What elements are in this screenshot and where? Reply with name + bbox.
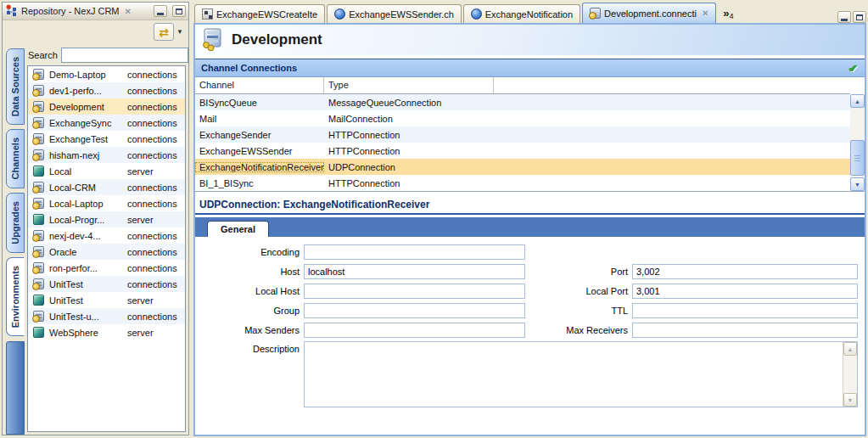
view-close-icon[interactable]: ✕ — [123, 7, 133, 16]
channel-connections-header: Channel Connections ✔ ✔ — [195, 59, 865, 77]
channel-row[interactable]: BISyncQueue MessageQueueConnection — [195, 94, 850, 110]
search-row: Search — [27, 45, 186, 65]
channel-row[interactable]: ExchangeSender HTTPConnection — [195, 126, 850, 143]
editor-tab[interactable]: ExchangeEWSCreateIte — [194, 4, 325, 23]
form-row: Local Host Local Port — [195, 281, 865, 300]
repository-icon — [5, 4, 18, 19]
editor-tab-bar: ExchangeEWSCreateIte ExchangeEWSSender.c… — [193, 2, 866, 23]
scroll-down-button[interactable]: ▼ — [850, 177, 865, 191]
scroll-up-button[interactable]: ▲ — [850, 94, 865, 108]
item-icon — [33, 214, 44, 225]
item-name: Local — [49, 166, 127, 177]
field-input[interactable] — [304, 244, 525, 260]
scroll-track[interactable] — [850, 108, 865, 177]
editor-tab-label: ExchangeNotification — [485, 9, 573, 20]
scroll-up-button[interactable]: ▲ — [843, 342, 857, 356]
repository-item[interactable]: UnitTest server — [28, 292, 185, 308]
column-header-blank — [494, 77, 850, 93]
channel-cell: ExchangeEWSSender — [195, 146, 324, 156]
repository-item[interactable]: UnitTest connections — [28, 276, 185, 292]
item-name: ron-perfor... — [49, 263, 127, 273]
form-row: Encoding — [195, 242, 865, 261]
channel-row[interactable]: BI_1_BISync HTTPConnection — [195, 175, 850, 191]
repository-item[interactable]: Local server — [28, 163, 185, 179]
editor-tab[interactable]: ExchangeNotification — [463, 4, 580, 23]
repository-item[interactable]: Oracle connections — [28, 244, 185, 260]
field-label: Max Senders — [195, 325, 304, 335]
editor-tab-icon — [471, 8, 482, 20]
repository-item[interactable]: Demo-Laptop connections — [28, 66, 185, 82]
field-input[interactable] — [304, 264, 525, 279]
repository-item[interactable]: dev1-perfo... connections — [28, 82, 185, 98]
environment-icon — [200, 28, 224, 53]
field-wrapper — [304, 264, 525, 279]
channel-row[interactable]: ExchangeNotificationReceiver UDPConnecti… — [195, 159, 850, 175]
section-title: Channel Connections — [201, 63, 297, 73]
repository-view: Repository - NexJ CRM ✕ ⇄ ▼ Data Sources — [2, 2, 189, 435]
description-textarea[interactable] — [305, 342, 843, 407]
repository-item[interactable]: hisham-nexj connections — [28, 147, 185, 163]
maximize-icon — [856, 14, 863, 20]
editor-tab[interactable]: Development.connecti ✕ — [582, 3, 716, 23]
side-tab-label: Data Sources — [10, 57, 20, 116]
repository-item[interactable]: ExchangeSync connections — [28, 115, 185, 131]
channel-row[interactable]: ExchangeEWSSender HTTPConnection — [195, 143, 850, 159]
field-input[interactable] — [632, 284, 858, 299]
field-input[interactable] — [632, 303, 858, 318]
repository-item[interactable]: Local-CRM connections — [28, 179, 185, 195]
form-row-right: TTL — [525, 303, 858, 318]
field-input[interactable] — [304, 323, 525, 338]
repository-item[interactable]: Local-Laptop connections — [28, 195, 185, 211]
field-label: Host — [195, 267, 304, 277]
repository-item[interactable]: ExchangeTest connections — [28, 131, 185, 147]
form-row-right: Max Receivers — [525, 323, 858, 338]
minimize-button[interactable] — [154, 5, 167, 17]
field-input[interactable] — [304, 284, 525, 299]
editor-tab-icon — [334, 8, 345, 20]
channel-row[interactable]: Mail MailConnection — [195, 110, 850, 126]
side-tab[interactable]: Upgrades — [6, 193, 25, 253]
editor-minimize-button[interactable] — [837, 11, 851, 23]
item-name: Local-Laptop — [49, 199, 127, 209]
search-input[interactable] — [61, 48, 188, 63]
field-input[interactable] — [304, 303, 525, 318]
item-type: connections — [127, 182, 177, 193]
repository-item[interactable]: ron-perfor... connections — [28, 260, 185, 276]
side-tab[interactable]: Data Sources — [6, 48, 25, 125]
repository-item[interactable]: Local-Progr... server — [28, 211, 185, 227]
field-input[interactable] — [632, 264, 858, 279]
repository-item[interactable]: nexj-dev-4... connections — [28, 227, 185, 244]
form-row-right: Local Port — [525, 284, 858, 299]
item-type: server — [127, 215, 154, 225]
tab-general[interactable]: General — [207, 221, 269, 237]
side-tab[interactable]: Environments — [6, 257, 25, 336]
repository-item[interactable]: UnitTest-u... connections — [28, 308, 185, 324]
detail-section-title: UDPConnection: ExchangeNotificationRecei… — [195, 197, 865, 215]
field-label: Group — [195, 306, 304, 316]
view-menu-button[interactable]: ▼ — [176, 28, 183, 36]
up-arrow-icon: ▲ — [854, 98, 860, 104]
field-wrapper — [632, 264, 858, 279]
item-icon — [33, 295, 44, 306]
repository-item[interactable]: WebSphere server — [28, 324, 185, 340]
editor-maximize-button[interactable] — [853, 11, 866, 23]
link-with-editor-button[interactable]: ⇄ — [154, 23, 174, 41]
side-tab-label: Channels — [10, 138, 20, 180]
side-tab-label: Upgrades — [10, 201, 20, 244]
field-input[interactable] — [632, 323, 858, 338]
tab-overflow-chevron[interactable]: »4 — [723, 7, 733, 20]
type-cell: HTTPConnection — [324, 146, 494, 156]
repository-item[interactable]: Development connections — [28, 98, 185, 115]
scroll-track[interactable] — [843, 356, 857, 393]
maximize-button[interactable] — [172, 5, 186, 17]
field-wrapper — [304, 323, 525, 338]
editor-tab[interactable]: ExchangeEWSSender.ch — [327, 4, 462, 23]
column-header-type[interactable]: Type — [324, 77, 494, 93]
scroll-thumb[interactable] — [850, 140, 865, 176]
nexj-studio-window: Repository - NexJ CRM ✕ ⇄ ▼ Data Sources — [0, 0, 868, 438]
column-header-channel[interactable]: Channel — [195, 77, 324, 93]
side-tab[interactable]: Channels — [6, 129, 25, 188]
scroll-down-button[interactable]: ▼ — [843, 393, 857, 407]
tab-close-icon[interactable]: ✕ — [700, 8, 708, 18]
field-label: Port — [525, 267, 632, 277]
